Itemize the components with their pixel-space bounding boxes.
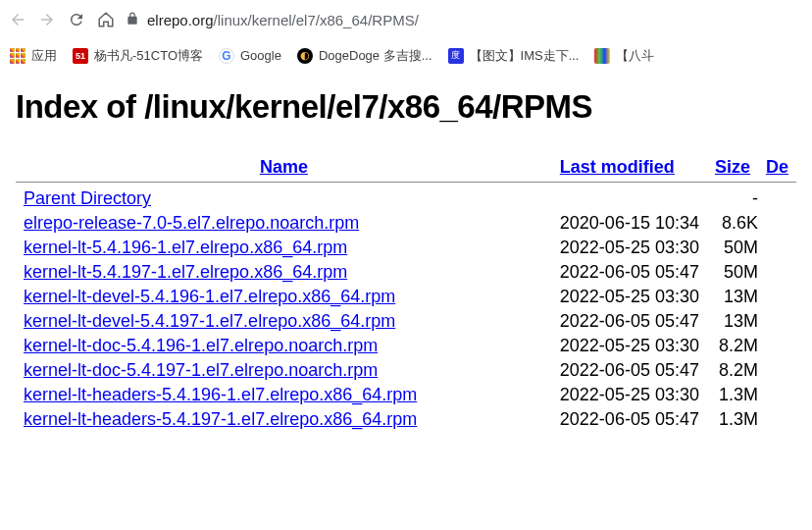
arrow-left-icon: [9, 11, 26, 28]
file-size: 50M: [707, 236, 758, 260]
bookmarks-bar: 应用 51 杨书凡-51CTO博客 G Google ◐ DogeDoge 多吉…: [0, 39, 812, 73]
forward-button[interactable]: [37, 10, 57, 29]
favicon-icon: G: [219, 48, 234, 64]
file-size: 13M: [707, 309, 758, 334]
file-link[interactable]: kernel-lt-5.4.197-1.el7.elrepo.x86_64.rp…: [24, 262, 347, 282]
table-row: kernel-lt-5.4.197-1.el7.elrepo.x86_64.rp…: [16, 260, 796, 285]
bookmark-label: 【图文】IMS走下...: [470, 47, 580, 65]
favicon-icon: 度: [448, 48, 464, 64]
favicon-icon: 51: [73, 48, 88, 64]
file-modified: 2020-06-15 10:34: [552, 211, 707, 236]
file-modified: 2022-06-05 05:47: [552, 309, 707, 334]
sort-desc-link[interactable]: De: [766, 157, 788, 177]
file-size: 8.2M: [707, 358, 758, 383]
apps-icon: [10, 48, 25, 64]
file-modified: 2022-05-25 03:30: [552, 236, 707, 260]
bookmark-item[interactable]: ◐ DogeDoge 多吉搜...: [297, 47, 432, 65]
apps-button[interactable]: 应用: [10, 47, 57, 65]
file-modified: 2022-05-25 03:30: [552, 285, 707, 309]
favicon-icon: ◐: [297, 48, 313, 64]
file-link[interactable]: kernel-lt-devel-5.4.196-1.el7.elrepo.x86…: [24, 287, 395, 306]
table-row: kernel-lt-headers-5.4.196-1.el7.elrepo.x…: [16, 383, 796, 407]
browser-toolbar: elrepo.org/linux/kernel/el7/x86_64/RPMS/: [0, 0, 812, 39]
file-link[interactable]: kernel-lt-headers-5.4.196-1.el7.elrepo.x…: [24, 385, 417, 404]
file-link[interactable]: kernel-lt-5.4.196-1.el7.elrepo.x86_64.rp…: [24, 238, 347, 257]
table-row: kernel-lt-devel-5.4.196-1.el7.elrepo.x86…: [16, 285, 796, 309]
file-size: 8.2M: [707, 334, 758, 358]
file-link[interactable]: kernel-lt-doc-5.4.196-1.el7.elrepo.noarc…: [24, 336, 378, 355]
sort-modified-link[interactable]: Last modified: [560, 157, 675, 177]
table-row: kernel-lt-5.4.196-1.el7.elrepo.x86_64.rp…: [16, 236, 796, 260]
file-modified: 2022-06-05 05:47: [552, 407, 707, 432]
bookmark-item[interactable]: 度 【图文】IMS走下...: [448, 47, 580, 65]
file-link[interactable]: kernel-lt-devel-5.4.197-1.el7.elrepo.x86…: [24, 311, 395, 331]
bookmark-item[interactable]: G Google: [219, 48, 281, 64]
arrow-right-icon: [38, 11, 56, 28]
file-link[interactable]: kernel-lt-doc-5.4.197-1.el7.elrepo.noarc…: [24, 360, 378, 380]
home-icon: [97, 11, 115, 28]
back-button[interactable]: [8, 10, 27, 29]
page-content: Index of /linux/kernel/el7/x86_64/RPMS N…: [0, 73, 812, 448]
table-row: elrepo-release-7.0-5.el7.elrepo.noarch.r…: [16, 211, 796, 236]
file-modified: [552, 186, 707, 211]
file-size: 1.3M: [707, 383, 758, 407]
lock-icon: [126, 12, 139, 28]
sort-size-link[interactable]: Size: [715, 157, 750, 177]
bookmark-label: DogeDoge 多吉搜...: [319, 47, 432, 65]
bookmark-label: 杨书凡-51CTO博客: [94, 47, 203, 65]
bookmark-label: 【八斗: [616, 47, 654, 65]
file-size: 8.6K: [707, 211, 758, 236]
bookmark-label: Google: [240, 48, 281, 63]
table-row: kernel-lt-doc-5.4.197-1.el7.elrepo.noarc…: [16, 358, 796, 383]
file-modified: 2022-05-25 03:30: [552, 383, 707, 407]
bookmark-item[interactable]: 51 杨书凡-51CTO博客: [73, 47, 203, 65]
file-size: 13M: [707, 285, 758, 309]
url-text: elrepo.org/linux/kernel/el7/x86_64/RPMS/: [147, 12, 419, 28]
file-modified: 2022-06-05 05:47: [552, 358, 707, 383]
directory-listing: Name Last modified Size De Parent Direct…: [16, 153, 796, 432]
file-link[interactable]: kernel-lt-headers-5.4.197-1.el7.elrepo.x…: [24, 409, 417, 429]
table-row: kernel-lt-doc-5.4.196-1.el7.elrepo.noarc…: [16, 334, 796, 358]
table-row: kernel-lt-headers-5.4.197-1.el7.elrepo.x…: [16, 407, 796, 432]
page-title: Index of /linux/kernel/el7/x86_64/RPMS: [16, 88, 796, 126]
file-modified: 2022-05-25 03:30: [552, 334, 707, 358]
home-button[interactable]: [96, 10, 116, 29]
bookmark-item[interactable]: 【八斗: [594, 47, 654, 65]
file-size: 1.3M: [707, 407, 758, 432]
file-link[interactable]: elrepo-release-7.0-5.el7.elrepo.noarch.r…: [24, 213, 359, 233]
reload-button[interactable]: [67, 10, 86, 29]
reload-icon: [68, 11, 85, 28]
file-size: -: [707, 186, 758, 211]
apps-label: 应用: [31, 47, 57, 65]
file-size: 50M: [707, 260, 758, 285]
favicon-icon: [594, 48, 610, 64]
parent-directory-link[interactable]: Parent Directory: [24, 188, 151, 208]
parent-directory-row: Parent Directory -: [16, 186, 796, 211]
file-modified: 2022-06-05 05:47: [552, 260, 707, 285]
table-header-row: Name Last modified Size De: [16, 153, 796, 183]
address-bar[interactable]: elrepo.org/linux/kernel/el7/x86_64/RPMS/: [126, 12, 804, 28]
sort-name-link[interactable]: Name: [260, 157, 308, 177]
table-row: kernel-lt-devel-5.4.197-1.el7.elrepo.x86…: [16, 309, 796, 334]
